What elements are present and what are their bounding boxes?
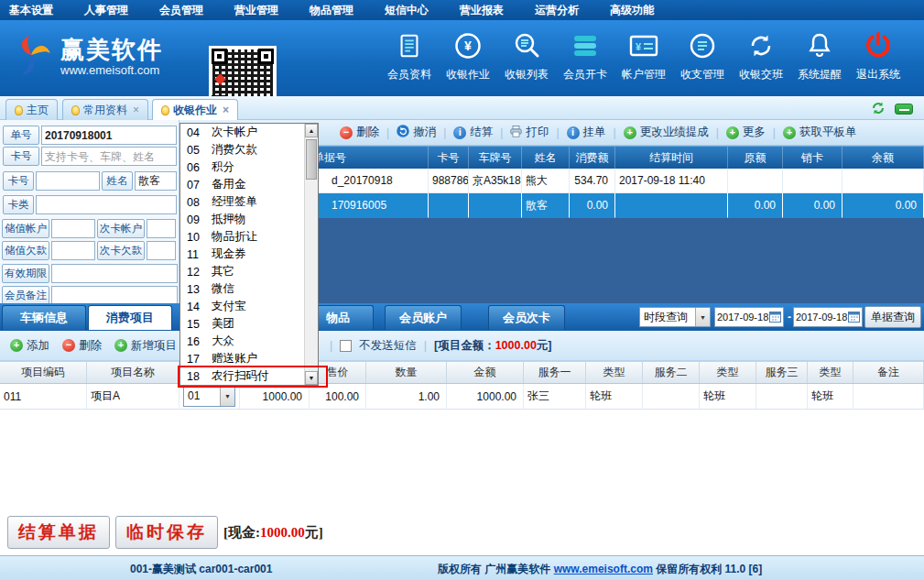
- add-item-button[interactable]: +添加: [7, 336, 52, 356]
- list-item[interactable]: 05消费欠款: [180, 141, 304, 159]
- menu-item-member[interactable]: 会员管理: [159, 3, 203, 18]
- svg-text:¥: ¥: [636, 41, 642, 52]
- scroll-up-icon[interactable]: ▲: [305, 124, 318, 137]
- items-toolbar: +添加 −删除 +新增项目 | 不发送短信 | [项目金额：1000.00元]: [0, 331, 924, 361]
- list-item[interactable]: 06积分: [180, 159, 304, 176]
- list-item[interactable]: 07备用金: [180, 176, 304, 193]
- account-type-dropdown: 04次卡帐户 05消费欠款 06积分 07备用金 08经理签单 09抵押物 10…: [179, 123, 319, 386]
- card-no-label: 卡号: [3, 171, 34, 191]
- list-item[interactable]: 04次卡帐户: [180, 124, 304, 141]
- date-from-input[interactable]: 2017-09-18: [714, 307, 784, 327]
- list-item[interactable]: 15美团: [180, 315, 304, 333]
- more-button[interactable]: +更多: [723, 123, 768, 142]
- header-action-exit[interactable]: 退出系统: [849, 27, 908, 82]
- delete-bill-button[interactable]: −删除: [337, 123, 382, 142]
- plus-icon: +: [114, 339, 127, 352]
- name-input[interactable]: [135, 171, 177, 191]
- undo-button[interactable]: 撤消: [394, 123, 439, 142]
- minimize-panel-icon[interactable]: [895, 104, 913, 115]
- cell: [643, 384, 700, 409]
- change-commission-button[interactable]: +更改业绩提成: [621, 123, 712, 142]
- tab-vehicle-info[interactable]: 车辆信息: [2, 305, 86, 330]
- list-item[interactable]: 10物品折让: [180, 228, 304, 246]
- list-item[interactable]: 16大众: [180, 333, 304, 350]
- times-account-input[interactable]: [147, 219, 176, 238]
- header-action-open-card[interactable]: 会员开卡: [556, 27, 614, 82]
- get-tablet-order-button[interactable]: +获取平板单: [780, 123, 860, 142]
- member-note-input[interactable]: [51, 286, 178, 305]
- header-action-income-expense[interactable]: 收支管理: [673, 27, 732, 82]
- hold-bill-button[interactable]: i挂单: [564, 123, 609, 142]
- stored-debt-input[interactable]: [51, 241, 95, 260]
- list-item[interactable]: 09抵押物: [180, 211, 304, 228]
- header-action-system-alert[interactable]: 系统提醒: [790, 27, 849, 82]
- valid-until-input[interactable]: [51, 264, 178, 283]
- scrollbar[interactable]: ▲ ▼: [304, 124, 318, 385]
- new-item-button[interactable]: +新增项目: [112, 336, 179, 356]
- cash-amount-text: [现金:1000.00元]: [223, 524, 323, 542]
- close-icon[interactable]: ×: [133, 104, 139, 116]
- items-row[interactable]: 011 项目A 01 ▼ 1000.00 100.00 1.00 1000.00…: [0, 384, 924, 410]
- card-search-input[interactable]: [41, 147, 177, 166]
- bill-no-input[interactable]: [41, 126, 177, 145]
- card-type-input[interactable]: [36, 195, 177, 214]
- bulb-icon: [15, 105, 23, 115]
- menu-item-business[interactable]: 营业管理: [234, 3, 278, 18]
- header-action-account-manage[interactable]: ¥ 帐户管理: [614, 27, 673, 82]
- list-item[interactable]: 14支付宝: [180, 298, 304, 315]
- cell: 534.70: [570, 169, 615, 193]
- header-action-cashier[interactable]: ¥ 收银作业: [439, 27, 497, 82]
- settle-bill-button[interactable]: 结算单据: [7, 516, 110, 549]
- print-button[interactable]: 打印: [507, 123, 551, 142]
- menu-item-advanced[interactable]: 高级功能: [610, 3, 654, 18]
- app-header: 赢美软件 www.emeisoft.com 会员资料 ¥ 收银作业: [0, 20, 924, 96]
- menu-item-basic-settings[interactable]: 基本设置: [9, 3, 53, 18]
- list-item[interactable]: 11现金券: [180, 246, 304, 263]
- col-plate-no: 车牌号: [469, 147, 522, 169]
- menu-item-sms[interactable]: 短信中心: [385, 3, 429, 18]
- tab-home[interactable]: 主页: [5, 99, 58, 120]
- chevron-down-icon: ▼: [220, 388, 234, 406]
- temp-save-button[interactable]: 临时保存: [115, 516, 218, 549]
- list-item[interactable]: 12其它: [180, 263, 304, 280]
- tab-cashier-work[interactable]: 收银作业 ×: [152, 99, 238, 120]
- separator: |: [500, 126, 503, 139]
- card-type-label: 卡类: [3, 195, 34, 214]
- list-item[interactable]: 13微信: [180, 280, 304, 298]
- chevron-down-icon: ▼: [695, 308, 710, 326]
- delete-item-button[interactable]: −删除: [60, 336, 104, 356]
- period-select[interactable]: 时段查询 ▼: [639, 307, 711, 327]
- tab-common-data[interactable]: 常用资料 ×: [62, 99, 148, 120]
- no-sms-checkbox[interactable]: [340, 340, 352, 352]
- bill-search-button[interactable]: 单据查询: [864, 306, 921, 328]
- menu-item-goods[interactable]: 物品管理: [310, 3, 353, 18]
- tab-consume-items[interactable]: 消费项目: [88, 305, 172, 330]
- header-action-cashier-list[interactable]: 收银列表: [497, 27, 556, 82]
- member-form-panel: 单号 卡号 卡号 姓名 卡类 储值帐户 次卡帐户 储值欠款 次卡欠款: [0, 120, 179, 303]
- tab-member-account[interactable]: 会员账户: [385, 305, 462, 330]
- menu-item-analysis[interactable]: 运营分析: [535, 3, 579, 18]
- settle-button[interactable]: i结算: [451, 123, 495, 142]
- scheme-combo[interactable]: 01 ▼: [183, 387, 235, 407]
- header-action-member-profile[interactable]: 会员资料: [380, 27, 439, 82]
- date-to-input[interactable]: 2017-09-18: [793, 307, 863, 327]
- separator: |: [614, 126, 616, 139]
- refresh-icon[interactable]: [871, 101, 886, 118]
- tab-member-times-card[interactable]: 会员次卡: [488, 305, 565, 330]
- header-action-shift-change[interactable]: 收银交班: [732, 27, 790, 82]
- cell: 轮班: [586, 384, 643, 409]
- bill-no-label: 单号: [3, 126, 39, 145]
- list-item[interactable]: 08经理签单: [180, 193, 304, 211]
- stored-debt-label: 储值欠款: [2, 241, 49, 260]
- col-consume-amount: 消费额: [570, 147, 615, 169]
- main-menu: 基本设置 人事管理 会员管理 营业管理 物品管理 短信中心 营业报表 运营分析 …: [0, 0, 924, 20]
- stored-account-input[interactable]: [51, 219, 95, 238]
- emeisoft-link[interactable]: www.emeisoft.com: [554, 563, 653, 575]
- menu-item-hr[interactable]: 人事管理: [84, 3, 128, 18]
- close-icon[interactable]: ×: [223, 104, 229, 116]
- times-debt-input[interactable]: [147, 241, 176, 260]
- scroll-thumb[interactable]: [306, 139, 317, 180]
- cell: 1000.00: [240, 384, 310, 409]
- card-no-input[interactable]: [36, 171, 100, 191]
- menu-item-reports[interactable]: 营业报表: [460, 3, 504, 18]
